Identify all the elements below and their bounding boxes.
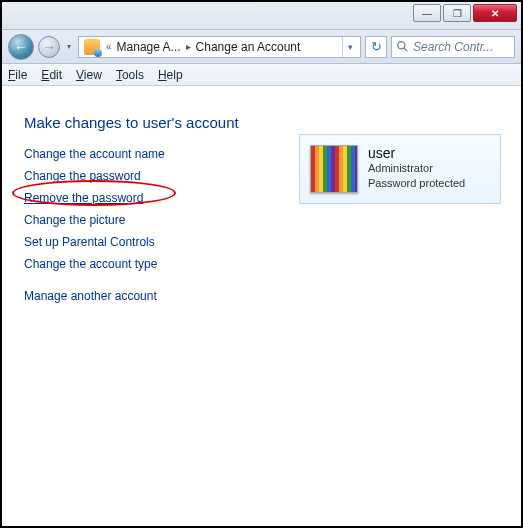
menu-view[interactable]: View	[76, 68, 102, 82]
account-tile[interactable]: user Administrator Password protected	[299, 134, 501, 204]
account-role: Administrator	[368, 161, 465, 176]
breadcrumb-sep: «	[103, 41, 115, 52]
minimize-button[interactable]: —	[413, 4, 441, 22]
actions-list: Change the account name Change the passw…	[24, 147, 299, 303]
account-avatar	[310, 145, 358, 193]
link-parental-controls[interactable]: Set up Parental Controls	[24, 235, 299, 249]
forward-button[interactable]: →	[38, 36, 60, 58]
close-button[interactable]: ✕	[473, 4, 517, 22]
nav-history-dropdown[interactable]: ▾	[64, 38, 74, 56]
menu-help[interactable]: Help	[158, 68, 183, 82]
address-dropdown[interactable]: ▾	[342, 37, 358, 57]
menu-tools[interactable]: Tools	[116, 68, 144, 82]
control-panel-icon	[84, 39, 100, 55]
link-remove-password[interactable]: Remove the password	[24, 191, 299, 205]
menu-bar: File Edit View Tools Help	[2, 64, 521, 86]
account-name: user	[368, 145, 465, 161]
search-icon	[396, 40, 409, 53]
link-manage-another-account[interactable]: Manage another account	[24, 289, 299, 303]
account-protection: Password protected	[368, 176, 465, 191]
link-change-picture[interactable]: Change the picture	[24, 213, 299, 227]
link-change-account-name[interactable]: Change the account name	[24, 147, 299, 161]
address-bar[interactable]: « Manage A... ▸ Change an Account ▾	[78, 36, 361, 58]
svg-line-1	[404, 48, 407, 51]
window-titlebar: — ❐ ✕	[2, 2, 521, 30]
breadcrumb-segment-2[interactable]: Change an Account	[194, 40, 303, 54]
account-column: user Administrator Password protected	[299, 114, 505, 311]
navigation-bar: ← → ▾ « Manage A... ▸ Change an Account …	[2, 30, 521, 64]
link-change-account-type[interactable]: Change the account type	[24, 257, 299, 271]
refresh-button[interactable]: ↻	[365, 36, 387, 58]
menu-edit[interactable]: Edit	[41, 68, 62, 82]
account-info: user Administrator Password protected	[368, 145, 465, 191]
search-placeholder: Search Contr...	[413, 40, 493, 54]
actions-column: Make changes to user's account Change th…	[24, 114, 299, 311]
page-title: Make changes to user's account	[24, 114, 299, 131]
back-button[interactable]: ←	[8, 34, 34, 60]
breadcrumb-sep: ▸	[183, 41, 194, 52]
link-change-password[interactable]: Change the password	[24, 169, 299, 183]
svg-point-0	[398, 42, 405, 49]
menu-file[interactable]: File	[8, 68, 27, 82]
maximize-button[interactable]: ❐	[443, 4, 471, 22]
search-input[interactable]: Search Contr...	[391, 36, 515, 58]
breadcrumb-segment-1[interactable]: Manage A...	[115, 40, 183, 54]
content-area: Make changes to user's account Change th…	[2, 86, 521, 327]
